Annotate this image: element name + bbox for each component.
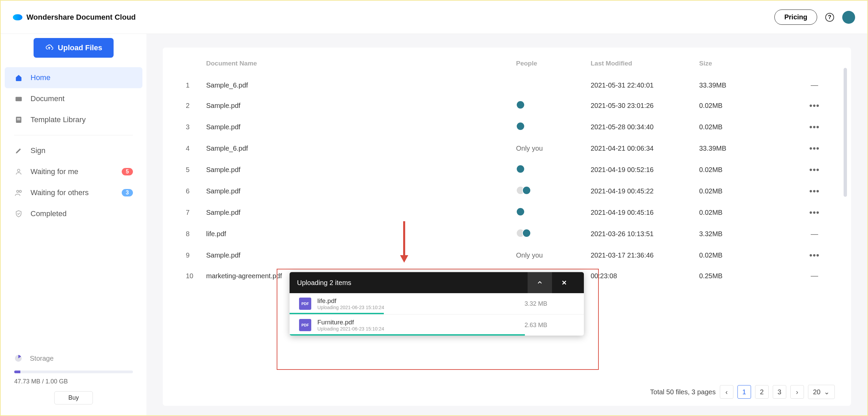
- more-icon[interactable]: •••: [809, 186, 820, 196]
- people-text: Only you: [516, 145, 543, 152]
- upload-item: PDFlife.pdfUploading 2021-06-23 15:10:24…: [290, 293, 584, 314]
- svg-point-6: [19, 190, 21, 192]
- row-action: •••: [801, 186, 828, 196]
- shield-check-icon: [14, 209, 23, 218]
- pdf-icon: PDF: [299, 298, 311, 310]
- table-row[interactable]: 2Sample.pdf2021-05-30 23:01:260.02MB•••: [179, 95, 835, 116]
- upload-cloud-icon: [45, 44, 53, 52]
- page-1-button[interactable]: 1: [737, 385, 751, 399]
- more-icon[interactable]: •••: [809, 100, 820, 111]
- people-avatar: [516, 122, 525, 131]
- upload-item: PDFFurniture.pdfUploading 2021-06-23 15:…: [290, 314, 584, 336]
- row-name: Sample.pdf: [206, 102, 516, 110]
- topbar-right: Pricing ?: [774, 10, 855, 25]
- row-date: 2021-04-19 00:45:16: [591, 209, 699, 216]
- table-row[interactable]: 9Sample.pdfOnly you2021-03-17 21:36:460.…: [179, 245, 835, 266]
- row-index: 10: [186, 272, 206, 280]
- user-avatar[interactable]: [842, 11, 855, 24]
- sidebar-waiting-me-label: Waiting for me: [31, 167, 78, 176]
- table-row[interactable]: 7Sample.pdf2021-04-19 00:45:160.02MB•••: [179, 202, 835, 223]
- waiting-me-badge: 5: [122, 168, 133, 175]
- sidebar-item-completed[interactable]: Completed: [1, 203, 146, 224]
- table-row[interactable]: 5Sample.pdf2021-04-19 00:52:160.02MB•••: [179, 159, 835, 181]
- page-next-button[interactable]: ›: [790, 385, 804, 399]
- sidebar-item-sign[interactable]: Sign: [1, 140, 146, 161]
- close-icon[interactable]: [552, 272, 576, 293]
- upload-item-size: 3.32 MB: [525, 300, 547, 307]
- page-size-value: 20: [813, 388, 821, 396]
- more-icon[interactable]: •••: [809, 250, 820, 260]
- page-2-button[interactable]: 2: [755, 385, 769, 399]
- more-icon[interactable]: •••: [809, 122, 820, 132]
- row-index: 6: [186, 187, 206, 195]
- row-name: Sample.pdf: [206, 166, 516, 174]
- people-text: Only you: [516, 251, 543, 259]
- table-row[interactable]: 8life.pdf2021-03-26 10:13:513.32MB—: [179, 223, 835, 245]
- brand-logo[interactable]: Wondershare Document Cloud: [13, 13, 136, 22]
- sidebar-item-home[interactable]: Home: [5, 67, 142, 88]
- col-header-size[interactable]: Size: [699, 60, 801, 67]
- sidebar-item-waiting-others[interactable]: Waiting for others 3: [1, 182, 146, 203]
- template-icon: [14, 115, 23, 124]
- row-size: 0.25MB: [699, 272, 801, 280]
- row-people: [516, 207, 591, 218]
- sidebar-home-label: Home: [31, 73, 51, 82]
- people-avatar: [516, 165, 525, 173]
- divider: [14, 135, 133, 135]
- table-row[interactable]: 1Sample_6.pdf2021-05-31 22:40:0133.39MB—: [179, 75, 835, 95]
- row-action: —: [801, 81, 828, 90]
- more-icon[interactable]: •••: [809, 165, 820, 175]
- minimize-icon[interactable]: [528, 272, 552, 293]
- more-icon[interactable]: •••: [809, 143, 820, 153]
- chevron-down-icon: ⌄: [824, 388, 830, 396]
- row-size: 0.02MB: [699, 102, 801, 110]
- row-date: 2021-05-28 00:34:40: [591, 123, 699, 131]
- row-action: —: [801, 271, 828, 280]
- table-row[interactable]: 6Sample.pdf2021-04-19 00:45:220.02MB•••: [179, 181, 835, 202]
- sidebar-sign-label: Sign: [31, 146, 45, 155]
- sidebar-completed-label: Completed: [31, 209, 66, 218]
- annotation-arrow: [400, 221, 408, 263]
- row-size: 33.39MB: [699, 145, 801, 152]
- table-row[interactable]: 3Sample.pdf2021-05-28 00:34:400.02MB•••: [179, 116, 835, 138]
- people-avatar: [522, 186, 531, 195]
- sidebar-waiting-others-label: Waiting for others: [31, 188, 89, 197]
- row-people: Only you: [516, 251, 591, 259]
- scrollbar[interactable]: [844, 68, 847, 197]
- upload-button-label: Upload Files: [58, 43, 102, 52]
- upload-item-name: life.pdf: [317, 297, 518, 305]
- more-icon[interactable]: •••: [809, 207, 820, 218]
- sidebar-item-template[interactable]: Template Library: [1, 109, 146, 130]
- pricing-button[interactable]: Pricing: [774, 10, 817, 25]
- table-row[interactable]: 4Sample_6.pdfOnly you2021-04-21 00:06:34…: [179, 138, 835, 159]
- row-name: Sample.pdf: [206, 123, 516, 131]
- row-people: [516, 186, 591, 196]
- pie-icon: [14, 354, 22, 362]
- col-header-people[interactable]: People: [516, 60, 591, 67]
- upload-progress-bar: [290, 334, 525, 336]
- sidebar-item-document[interactable]: Document: [1, 88, 146, 109]
- row-date: 2021-04-19 00:45:22: [591, 187, 699, 195]
- row-name: Sample.pdf: [206, 209, 516, 216]
- page-3-button[interactable]: 3: [773, 385, 786, 399]
- action-dash: —: [811, 230, 818, 238]
- sidebar-item-waiting-me[interactable]: Waiting for me 5: [1, 161, 146, 182]
- help-icon[interactable]: ?: [825, 13, 834, 22]
- pdf-icon: PDF: [299, 319, 311, 331]
- row-people: Only you: [516, 145, 591, 152]
- buy-button[interactable]: Buy: [54, 391, 93, 404]
- col-header-name[interactable]: Document Name: [206, 60, 516, 67]
- row-date: 2021-04-19 00:52:16: [591, 166, 699, 174]
- page-prev-button[interactable]: ‹: [720, 385, 733, 399]
- row-people: [516, 122, 591, 132]
- storage-bar: [14, 371, 133, 373]
- row-date: 2021-05-30 23:01:26: [591, 102, 699, 110]
- page-size-select[interactable]: 20⌄: [808, 385, 835, 399]
- table-header: Document Name People Last Modified Size: [179, 60, 835, 75]
- row-people: [516, 165, 591, 175]
- row-size: 0.02MB: [699, 187, 801, 195]
- upload-item-status: Uploading 2021-06-23 15:10:24: [317, 305, 518, 310]
- col-header-date[interactable]: Last Modified: [591, 60, 699, 67]
- upload-files-button[interactable]: Upload Files: [34, 38, 114, 58]
- row-date: 2021-04-21 00:06:34: [591, 145, 699, 152]
